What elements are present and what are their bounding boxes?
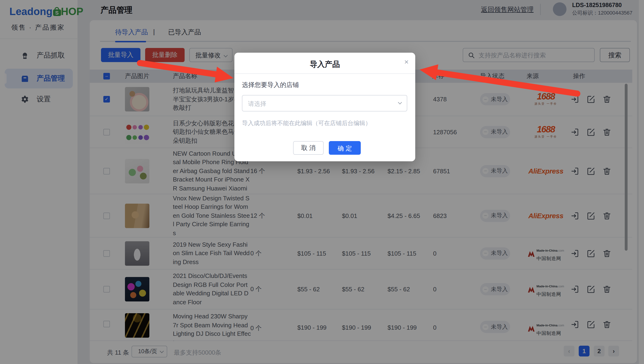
cancel-button[interactable]: 取 消 (293, 141, 324, 155)
app-root: LeadongSHOP 领售 · 产品搬家 产品抓取 (0, 0, 644, 364)
store-select-label: 选择您要导入的店铺 (242, 81, 299, 89)
chevron-down-icon (398, 100, 402, 104)
confirm-button[interactable]: 确 定 (329, 141, 361, 155)
store-select[interactable]: 请选择 (242, 95, 407, 111)
close-icon[interactable]: × (404, 58, 409, 66)
modal-hint: 导入成功后将不能在此编辑（可在店铺后台编辑） (242, 119, 371, 127)
import-product-modal: 导入产品 × 选择您要导入的店铺 请选择 导入成功后将不能在此编辑（可在店铺后台… (234, 53, 415, 161)
modal-divider (234, 73, 415, 74)
store-select-placeholder: 请选择 (248, 100, 266, 108)
modal-title: 导入产品 (234, 60, 415, 70)
